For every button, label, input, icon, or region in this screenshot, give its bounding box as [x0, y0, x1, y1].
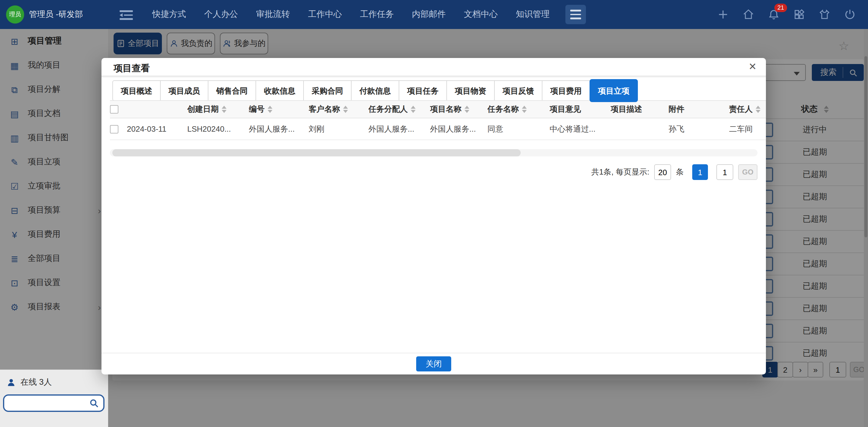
- table-cell: 2024-03-11: [127, 124, 187, 133]
- dialog-tab[interactable]: 项目成员: [160, 80, 208, 101]
- sort-arrows[interactable]: [222, 106, 226, 113]
- menu-item[interactable]: 知识管理: [516, 9, 550, 20]
- menu-item[interactable]: 个人办公: [204, 9, 238, 20]
- search-icon[interactable]: [89, 398, 99, 408]
- column-header[interactable]: 创建日期: [187, 104, 249, 115]
- sort-arrows[interactable]: [756, 106, 761, 113]
- table-cell: 二车间: [729, 123, 766, 134]
- horizontal-scrollbar[interactable]: [110, 149, 757, 156]
- close-dialog-button[interactable]: 关闭: [416, 356, 451, 371]
- sort-arrows[interactable]: [411, 106, 415, 113]
- dialog-tab[interactable]: 付款信息: [351, 80, 399, 101]
- page-size-input[interactable]: [654, 164, 671, 180]
- column-header[interactable]: 任务名称: [488, 104, 550, 115]
- table-cell: 中心将通过...: [550, 123, 611, 134]
- sort-arrows[interactable]: [522, 106, 527, 113]
- sidebar-toggle-icon[interactable]: [120, 10, 134, 20]
- menu-item[interactable]: 内部邮件: [412, 9, 446, 20]
- apps-grid-icon[interactable]: [793, 8, 805, 21]
- row-checkbox-cell: [110, 125, 127, 133]
- column-header[interactable]: 项目名称: [430, 104, 488, 115]
- sort-arrows[interactable]: [465, 106, 469, 113]
- table-cell: 同意: [488, 123, 550, 134]
- row-checkbox[interactable]: [110, 125, 118, 133]
- dialog-tabs: 项目概述项目成员销售合同收款信息采购合同付款信息项目任务项目物资项目反馈项目费用…: [112, 80, 638, 101]
- online-users-panel: 在线 3人: [0, 370, 108, 427]
- dialog-footer: 关闭: [101, 353, 766, 374]
- menu-item[interactable]: 工作任务: [360, 9, 394, 20]
- menu-item[interactable]: 文档中心: [464, 9, 498, 20]
- dialog-tab[interactable]: 销售合同: [208, 80, 256, 101]
- dialog-header: 项目查看 ×: [101, 58, 766, 77]
- notification-badge: 21: [774, 4, 787, 12]
- avatar[interactable]: 理员: [6, 5, 24, 24]
- scrollbar-thumb[interactable]: [112, 149, 521, 156]
- table-cell: 外国人服务...: [430, 123, 488, 134]
- column-header[interactable]: 客户名称: [309, 104, 369, 115]
- dialog-tab[interactable]: 项目任务: [399, 80, 447, 101]
- add-icon[interactable]: [717, 8, 729, 21]
- dialog-tab[interactable]: 收款信息: [255, 80, 304, 101]
- pagination-summary: 共1条, 每页显示:: [591, 167, 649, 178]
- dialog-tab[interactable]: 项目费用: [542, 80, 590, 101]
- sort-arrows[interactable]: [343, 106, 348, 113]
- table-cell: LSH20240...: [187, 124, 249, 133]
- close-icon[interactable]: ×: [749, 60, 756, 72]
- dialog-tab[interactable]: 项目概述: [112, 80, 161, 101]
- logout-power-icon[interactable]: [844, 8, 856, 21]
- column-header[interactable]: 附件: [669, 104, 729, 115]
- select-all-checkbox[interactable]: [110, 105, 118, 114]
- app-window: 理员 管理员 -研发部 快捷方式个人办公审批流转工作中心工作任务内部邮件文档中心…: [0, 0, 868, 427]
- project-approval-table: 创建日期 编号 客户名称 任务分配人: [110, 100, 766, 140]
- menu-item[interactable]: 工作中心: [308, 9, 342, 20]
- column-header[interactable]: 责任人: [729, 104, 766, 115]
- dialog-tab[interactable]: 采购合同: [303, 80, 351, 101]
- notifications-bell-icon[interactable]: 21: [768, 8, 780, 21]
- username: 管理员 -研发部: [29, 0, 83, 29]
- theme-shirt-icon[interactable]: [818, 8, 831, 21]
- topbar-actions: 21: [717, 8, 856, 21]
- table-cell: 刘刚: [309, 123, 369, 134]
- sidebar-search-box: [3, 394, 104, 412]
- dialog-tab[interactable]: 项目反馈: [494, 80, 542, 101]
- active-page-button[interactable]: 1: [692, 164, 708, 180]
- person-icon: [7, 378, 16, 387]
- pagination-unit: 条: [676, 167, 684, 178]
- dialog-tab[interactable]: 项目物资: [446, 80, 495, 101]
- page-number-input[interactable]: [716, 164, 733, 180]
- table-cell: 外国人服务...: [369, 123, 430, 134]
- sidebar-search-input[interactable]: [8, 396, 86, 410]
- project-view-dialog: 项目查看 × 项目概述项目成员销售合同收款信息采购合同付款信息项目任务项目物资项…: [101, 58, 766, 374]
- column-header[interactable]: 项目描述: [611, 104, 669, 115]
- go-button[interactable]: GO: [738, 164, 757, 180]
- column-header[interactable]: 任务分配人: [369, 104, 430, 115]
- table-cell: 外国人服务...: [249, 123, 309, 134]
- table-header-row: 创建日期 编号 客户名称 任务分配人: [110, 100, 766, 118]
- table-cell: 孙飞: [669, 123, 729, 134]
- online-users: 在线 3人: [7, 377, 52, 388]
- table-data-row: 2024-03-11LSH20240...外国人服务...刘刚外国人服务...外…: [110, 118, 766, 140]
- top-navbar: 理员 管理员 -研发部 快捷方式个人办公审批流转工作中心工作任务内部邮件文档中心…: [0, 0, 868, 29]
- column-header[interactable]: 编号: [249, 104, 309, 115]
- home-icon[interactable]: [742, 8, 754, 21]
- column-header[interactable]: 项目意见: [550, 104, 611, 115]
- header-checkbox-cell: [110, 105, 170, 114]
- dialog-tab[interactable]: 项目立项: [590, 79, 638, 102]
- main-menu: 快捷方式个人办公审批流转工作中心工作任务内部邮件文档中心知识管理: [152, 0, 550, 29]
- menu-item[interactable]: 快捷方式: [152, 9, 186, 20]
- menu-more-icon[interactable]: [565, 5, 586, 24]
- menu-item[interactable]: 审批流转: [256, 9, 290, 20]
- dialog-title: 项目查看: [114, 63, 150, 74]
- dialog-pagination: 共1条, 每页显示: 条 1 GO: [101, 164, 757, 180]
- sort-arrows[interactable]: [268, 106, 272, 113]
